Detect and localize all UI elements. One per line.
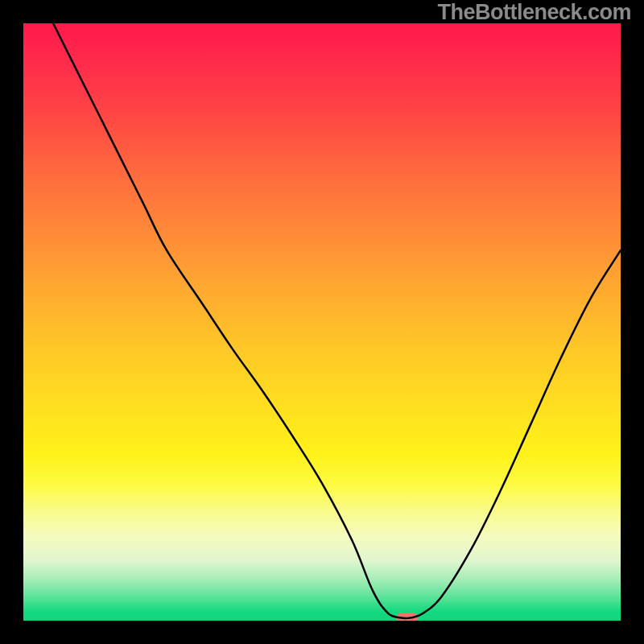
watermark-text: TheBottleneck.com: [437, 0, 631, 25]
plot-area: [23, 23, 621, 621]
chart-frame: TheBottleneck.com: [0, 0, 644, 644]
bottleneck-curve: [23, 23, 621, 621]
